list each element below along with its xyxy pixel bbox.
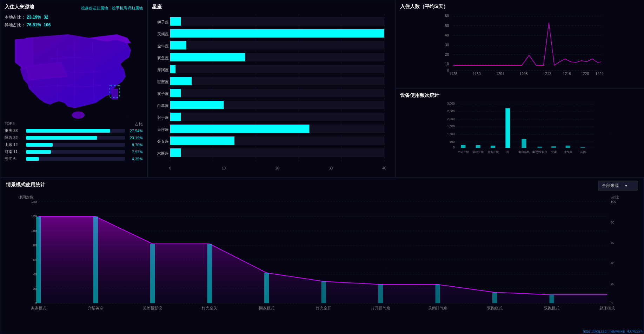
watermark-text: https://blog.csdn.net/weixin_43742274 [583, 329, 643, 333]
svg-rect-25 [170, 77, 384, 85]
top5-pct: 27.54% [127, 129, 143, 133]
svg-text:0: 0 [611, 301, 613, 305]
top5-bar-bg [26, 157, 125, 161]
svg-text:金牛座: 金牛座 [157, 44, 169, 48]
scene-chart: 使用次数 占比 140 120 100 80 60 40 20 0 100 80… [6, 193, 638, 320]
svg-text:1,500: 1,500 [447, 125, 454, 128]
svg-text:80: 80 [611, 220, 615, 224]
top5-bar-bg [26, 129, 125, 133]
svg-rect-14 [170, 29, 384, 38]
svg-rect-94 [580, 147, 585, 148]
top5-bar-fill [26, 157, 39, 161]
svg-rect-135 [378, 285, 383, 303]
svg-rect-134 [321, 281, 326, 303]
constellation-svg: 狮子座天蝎座金牛座双鱼座摩羯座巨蟹座双子座白羊座射手座天秤座处女座水瓶座0102… [152, 12, 391, 171]
top5-header: TOP5 占比 [5, 121, 143, 127]
svg-rect-130 [93, 216, 98, 303]
svg-text:摩羯座: 摩羯座 [157, 68, 169, 72]
svg-text:灯光全开: 灯光全开 [316, 306, 331, 310]
svg-rect-10 [170, 17, 384, 26]
constellation-chart-area: 狮子座天蝎座金牛座双鱼座摩羯座巨蟹座双子座白羊座射手座天秤座处女座水瓶座0102… [152, 12, 391, 171]
svg-text:天蝎座: 天蝎座 [157, 32, 169, 36]
svg-text:60: 60 [611, 241, 615, 245]
svg-rect-89 [505, 108, 510, 148]
top5-row: 浙江 6 4.35% [5, 156, 143, 161]
svg-rect-28 [170, 89, 384, 97]
top5-row: 河南 11 7.97% [5, 149, 143, 154]
top5-rows: 重庆 38 27.54% 陕西 32 23.19% 山东 12 8.70% 河南… [5, 128, 143, 161]
right-panels: 入住人数（平均5/天） 60 50 40 30 20 10 0 [396, 0, 644, 177]
svg-rect-16 [170, 41, 384, 49]
scene-title: 情景模式使用统计 [6, 182, 45, 188]
china-map [5, 31, 143, 119]
top5-row: 陕西 32 23.19% [5, 135, 143, 140]
svg-text:20: 20 [445, 53, 449, 56]
svg-text:回家模式: 回家模式 [259, 306, 274, 310]
device-panel: 设备使用频次统计 3,000 2,500 2,000 1,500 1,000 5… [396, 89, 644, 177]
scene-panel: 情景模式使用统计 全部来源 ▼ 使用次数 占比 140 120 100 [0, 177, 644, 334]
svg-text:3,000: 3,000 [447, 102, 454, 105]
svg-rect-41 [170, 136, 234, 145]
svg-text:500: 500 [450, 140, 454, 143]
svg-text:起床模式: 起床模式 [599, 306, 615, 310]
svg-rect-20 [170, 53, 245, 61]
svg-rect-22 [170, 65, 384, 73]
constellation-title: 星座 [152, 4, 391, 10]
top5-pct: 8.70% [127, 143, 143, 147]
svg-text:50: 50 [445, 24, 449, 28]
local-label: 本地占比： [5, 15, 26, 20]
constellation-panel: 星座 狮子座天蝎座金牛座双鱼座摩羯座巨蟹座双子座白羊座射手座天秤座处女座水瓶座0… [147, 0, 396, 177]
top5-name: 河南 11 [5, 149, 24, 154]
svg-text:介绍英卓: 介绍英卓 [88, 306, 103, 310]
svg-text:双跑模式: 双跑模式 [487, 306, 503, 310]
svg-rect-43 [170, 148, 384, 157]
svg-text:1216: 1216 [563, 72, 571, 75]
scene-dropdown-wrapper: 全部来源 ▼ [598, 181, 638, 191]
svg-text:140: 140 [31, 200, 37, 203]
svg-text:空调: 空调 [551, 151, 556, 154]
svg-text:离家模式: 离家模式 [31, 306, 46, 310]
svg-text:使用次数: 使用次数 [18, 195, 34, 199]
svg-text:1204: 1204 [496, 72, 504, 75]
map-tab-phone[interactable]: 按手机号码归属地 [112, 6, 143, 11]
svg-text:打开排气扇: 打开排气扇 [371, 306, 390, 310]
top5-bar-fill [26, 150, 51, 154]
svg-text:1126: 1126 [449, 72, 457, 75]
top5-header-right: 占比 [135, 121, 143, 127]
svg-text:处女座: 处女座 [157, 139, 169, 143]
local-pct: 23.19% [27, 15, 41, 20]
svg-text:电视/投影仪: 电视/投影仪 [532, 151, 547, 154]
top5-pct: 23.19% [127, 136, 143, 140]
top5-bar-bg [26, 136, 125, 140]
other-label: 异地占比： [5, 22, 26, 27]
svg-text:双鱼座: 双鱼座 [157, 56, 169, 60]
map-tab-id[interactable]: 按身份证归属地 [81, 6, 108, 11]
svg-text:灯: 灯 [506, 151, 509, 154]
svg-rect-131 [150, 244, 155, 303]
svg-text:远程开锁: 远程开锁 [472, 151, 484, 154]
checkin-chart: 60 50 40 30 20 10 0 [400, 12, 640, 75]
svg-text:20: 20 [275, 166, 279, 170]
svg-rect-17 [170, 41, 186, 49]
top5-pct: 7.97% [127, 150, 143, 154]
svg-text:白羊座: 白羊座 [157, 103, 169, 108]
svg-text:100: 100 [611, 200, 617, 203]
scene-dropdown-button[interactable]: 全部来源 ▼ [598, 181, 638, 191]
device-chart: 3,000 2,500 2,000 1,500 1,000 500 0 [400, 101, 640, 157]
svg-text:天秤座: 天秤座 [157, 127, 169, 132]
map-tab-sep: | [109, 6, 111, 11]
svg-text:密码开锁: 密码开锁 [457, 151, 469, 154]
local-count: 32 [44, 15, 48, 20]
svg-text:灯光全关: 灯光全关 [202, 306, 217, 310]
svg-text:1130: 1130 [472, 72, 480, 75]
svg-text:0: 0 [453, 146, 454, 149]
svg-text:0: 0 [169, 166, 171, 170]
svg-text:1220: 1220 [581, 72, 589, 75]
svg-text:1212: 1212 [543, 72, 551, 75]
svg-text:射手座: 射手座 [157, 115, 169, 120]
top5-name: 浙江 6 [5, 156, 24, 161]
svg-rect-136 [436, 285, 440, 303]
svg-rect-34 [170, 113, 384, 121]
svg-rect-92 [551, 146, 556, 148]
svg-text:1,000: 1,000 [447, 132, 454, 136]
